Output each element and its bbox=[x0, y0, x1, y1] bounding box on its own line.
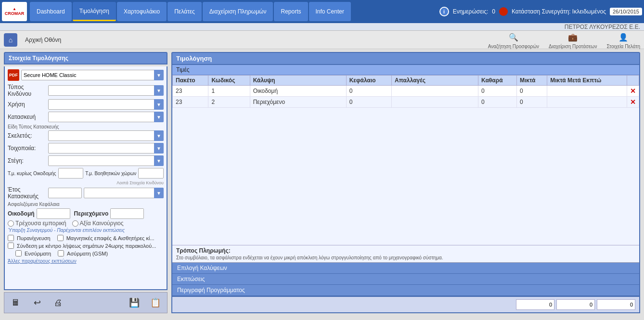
eidostypou-section-title: Είδη Τύπος Κατασκευής bbox=[8, 124, 164, 129]
periexomeno-input[interactable]: 0 bbox=[111, 209, 144, 218]
manage-proposals-label: Διαχείριση Προτάσεων bbox=[549, 44, 597, 49]
tm-voith-input[interactable]: 0 bbox=[139, 168, 164, 178]
cell-mikta: 0 bbox=[516, 86, 547, 97]
nav-diaxirisi[interactable]: Διαχείριση Πληρωμών bbox=[203, 2, 273, 21]
toixopoiia-label: Τοιχοποιία: bbox=[8, 145, 46, 152]
accordion-kalypson[interactable]: Επιλογή Καλύψεων bbox=[172, 263, 639, 274]
payment-note: Στο συμβόλαιο, τα ασφάλιστρα ενδέχεται ν… bbox=[176, 255, 635, 260]
stegi-select[interactable] bbox=[48, 155, 164, 166]
skeletos-label: Σκελετός: bbox=[8, 132, 46, 139]
cell-apalages bbox=[392, 86, 478, 97]
cb-asyrmati-label: Ασύρματη (GSM) bbox=[67, 251, 108, 256]
briefcase-icon: 💼 bbox=[566, 30, 580, 44]
copy-button[interactable]: 📋 bbox=[148, 295, 163, 310]
cb-syndesi[interactable] bbox=[8, 243, 14, 249]
cb-magnitikes-label: Μαγνητικές επαφές & Αισθητήρες κί... bbox=[66, 235, 155, 241]
product-select-wrapper: Secure HOME Classic ▼ bbox=[21, 70, 164, 80]
oikodomh-item: Οικοδομή 0 ▲ ▼ bbox=[8, 208, 70, 219]
oikodomh-label: Οικοδομή bbox=[8, 210, 35, 217]
nav-dashboard[interactable]: Dashboard bbox=[30, 2, 72, 21]
search-icon: 🔍 bbox=[507, 30, 520, 44]
radio-axia-input[interactable] bbox=[72, 220, 78, 227]
etos-select-wrapper: ▼ bbox=[84, 188, 164, 198]
date-display: 26/10/2015 bbox=[610, 8, 642, 15]
accordion-section: Επιλογή Καλύψεων Εκπτώσεις Περιγραφή Προ… bbox=[172, 262, 639, 296]
undo-button[interactable]: ↩ bbox=[29, 295, 45, 310]
cell-kalypsi: Οικοδομή bbox=[250, 86, 346, 97]
xrisi-select[interactable] bbox=[48, 99, 164, 110]
kataskevi-row: Κατασκευή ▼ bbox=[8, 112, 164, 122]
accordion-ekptoseis[interactable]: Εκπτώσεις bbox=[172, 274, 639, 285]
nav-info-center[interactable]: Info Center bbox=[309, 2, 351, 21]
client-details-button[interactable]: 👤 Στοιχεία Πελάτη bbox=[606, 30, 640, 49]
accordion-perigrafi[interactable]: Περιγραφή Προγράμματος bbox=[172, 285, 639, 296]
cb-ensyrmati[interactable] bbox=[15, 250, 22, 256]
toixopoiia-row: Τοιχοποιία: ▼ bbox=[8, 143, 164, 154]
top-navigation: ▲ CROMAR Dashboard Τιμολόγηση Χαρτοφυλάκ… bbox=[0, 0, 644, 23]
nav-pelates[interactable]: Πελάτες bbox=[167, 2, 202, 21]
nav-right-info: i Ενημερώσεις: 0 Κατάσταση Συνεργάτη: Ικ… bbox=[439, 7, 642, 16]
checkbox-section: Πυρανίχνευση Μαγνητικές επαφές & Αισθητή… bbox=[8, 235, 164, 256]
right-panel-title: Τιμολόγηση bbox=[171, 52, 640, 65]
prices-section-header: Τιμές bbox=[172, 65, 639, 75]
home-button[interactable]: ⌂ bbox=[4, 33, 17, 47]
cell-mikta-meta bbox=[547, 86, 627, 97]
kataskevi-select[interactable] bbox=[48, 112, 164, 122]
product-select[interactable]: Secure HOME Classic bbox=[21, 70, 164, 80]
left-panel-body: PDF Secure HOME Classic ▼ Τύπος Κινδύνου… bbox=[4, 66, 167, 290]
cell-kathara: 0 bbox=[478, 97, 517, 108]
cb-magnitikes[interactable] bbox=[57, 235, 64, 241]
cb-syndesi-row: Σύνδεση με κέντρο λήψεως σημάτων 24ωρης … bbox=[8, 243, 164, 249]
tm-kyrios-input[interactable]: 0 bbox=[59, 168, 84, 178]
left-panel: Στοιχεία Τιμολόγησης PDF Secure HOME Cla… bbox=[4, 52, 167, 313]
etos-select[interactable] bbox=[84, 188, 164, 198]
oikodomh-stepper: 0 ▲ ▼ bbox=[37, 208, 70, 219]
manage-proposals-button[interactable]: 💼 Διαχείριση Προτάσεων bbox=[549, 30, 597, 49]
payment-section: Τρόπος Πληρωμής: Στο συμβόλαιο, τα ασφάλ… bbox=[172, 245, 639, 262]
status-icon bbox=[499, 7, 508, 16]
cell-paketo: 23 bbox=[173, 86, 208, 97]
tm-voith-label: Τ.μ. Βοηθητικών χώρων bbox=[85, 171, 136, 176]
logo-text: ▲ CROMAR bbox=[5, 7, 25, 16]
nav-reports[interactable]: Reports bbox=[274, 2, 308, 21]
tm-voith-stepper: 0 ▲ bbox=[138, 168, 164, 179]
cb-asyrmati[interactable] bbox=[58, 250, 64, 256]
calculator-button[interactable]: 🖩 bbox=[8, 295, 24, 310]
stegi-select-wrapper: ▼ bbox=[48, 155, 164, 166]
toixopoiia-select[interactable] bbox=[48, 143, 164, 154]
nav-xartofylakio[interactable]: Χαρτοφυλάκιο bbox=[117, 2, 167, 21]
cb-pyranixneysi[interactable] bbox=[8, 235, 14, 241]
katastasi-label: Κατάσταση Συνεργάτη: Ικλειδωμένος bbox=[512, 8, 606, 15]
periexomeno-stepper: 0 ▲ ▼ bbox=[110, 208, 144, 219]
cell-delete[interactable]: ✕ bbox=[627, 97, 639, 108]
delete-row-button[interactable]: ✕ bbox=[630, 87, 636, 95]
print-button[interactable]: 🖨 bbox=[51, 295, 66, 310]
cell-delete[interactable]: ✕ bbox=[627, 86, 639, 97]
prices-table: Πακέτο Κωδικός Κάλυψη Κεφάλαιο Απαλλαγές… bbox=[172, 75, 639, 108]
search-offers-button[interactable]: 🔍 Αναζήτηση Προσφορών bbox=[488, 30, 539, 49]
kindynos-select[interactable] bbox=[48, 85, 164, 96]
oikodomh-input[interactable]: 0 bbox=[37, 209, 70, 218]
stegi-label: Στέγη: bbox=[8, 157, 46, 164]
col-kodikos: Κωδικός bbox=[208, 76, 250, 86]
enimerosis-label: Ενημερώσεις: bbox=[453, 8, 489, 15]
nav-timologisi[interactable]: Τιμολόγηση bbox=[73, 2, 116, 21]
skeletos-select[interactable] bbox=[48, 130, 164, 141]
alles-parametroi-link[interactable]: Άλλες παραμέτρους εκπτώσεων bbox=[8, 258, 164, 264]
cell-mikta: 0 bbox=[516, 97, 547, 108]
radio-trexousa-input[interactable] bbox=[8, 220, 14, 227]
periexomeno-label: Περιεχόμενο bbox=[74, 210, 109, 217]
prices-section: Τιμές Πακέτο Κωδικός Κάλυψη Κεφάλαιο Απα… bbox=[172, 65, 639, 245]
client-details-label: Στοιχεία Πελάτη bbox=[606, 44, 640, 49]
right-panel: Τιμολόγηση Τιμές Πακέτο Κωδικός Κάλυψη Κ… bbox=[171, 52, 640, 313]
delete-row-button[interactable]: ✕ bbox=[630, 98, 636, 106]
etos-input[interactable] bbox=[48, 188, 82, 198]
radio-trexousa[interactable]: Τρέχουσα εμπορική bbox=[8, 220, 66, 227]
toolbar: ⌂ Αρχική Οθόνη 🔍 Αναζήτηση Προσφορών 💼 Δ… bbox=[0, 31, 644, 49]
col-paketo: Πακέτο bbox=[173, 76, 208, 86]
save-button[interactable]: 💾 bbox=[127, 295, 142, 310]
radio-axia[interactable]: Αξία Καινούργιος bbox=[72, 220, 124, 227]
skeletos-row: Σκελετός: ▼ bbox=[8, 130, 164, 141]
radio-trexousa-label: Τρέχουσα εμπορική bbox=[15, 220, 66, 227]
capitals-section: Ασφαλιζόμενα Κεφάλαια Οικοδομή 0 ▲ ▼ Περ… bbox=[8, 202, 164, 219]
